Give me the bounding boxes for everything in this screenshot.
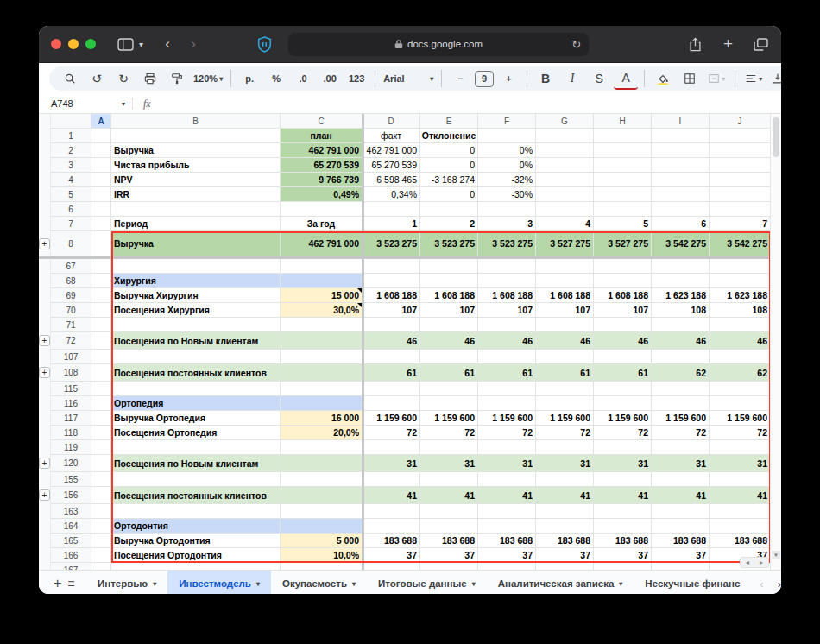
- cell-J108[interactable]: 62: [710, 364, 771, 382]
- cell-C163[interactable]: [281, 504, 363, 519]
- cell-A115[interactable]: [91, 382, 111, 396]
- cell-C6[interactable]: [281, 202, 363, 217]
- cell-F8[interactable]: 3 523 275: [478, 231, 536, 256]
- cell-F164[interactable]: [478, 519, 536, 534]
- row-number[interactable]: 71: [51, 318, 91, 332]
- cell-E115[interactable]: [420, 382, 478, 396]
- cell-F120[interactable]: 31: [478, 455, 536, 472]
- cell-F155[interactable]: [478, 472, 536, 487]
- cell-C71[interactable]: [281, 318, 363, 332]
- cell-H120[interactable]: 31: [594, 455, 652, 472]
- cell-H116[interactable]: [594, 396, 652, 411]
- cell-J6[interactable]: [710, 202, 771, 217]
- vertical-scrollbar[interactable]: ▾: [770, 114, 781, 570]
- fill-color-icon[interactable]: [651, 68, 675, 89]
- cell-J3[interactable]: [710, 158, 771, 173]
- cell-E4[interactable]: -3 168 274: [420, 173, 478, 187]
- sheet-tab-Нескучные финанс[interactable]: Нескучные финанс: [634, 571, 751, 594]
- undo-icon[interactable]: ↺: [85, 68, 109, 89]
- chevron-down-icon[interactable]: ▾: [256, 580, 260, 588]
- cell-C156[interactable]: [281, 487, 363, 504]
- font-select[interactable]: Arial▾: [382, 68, 435, 89]
- cell-D107[interactable]: [363, 350, 420, 364]
- cell-A119[interactable]: [91, 440, 111, 455]
- cell-E107[interactable]: [420, 350, 478, 364]
- cell-I163[interactable]: [652, 504, 710, 519]
- cell-G116[interactable]: [536, 396, 594, 411]
- cell-F68[interactable]: [478, 274, 536, 288]
- vertical-align-icon[interactable]: ▾: [768, 68, 781, 89]
- column-header-F[interactable]: F: [478, 114, 536, 129]
- row-number[interactable]: 120: [51, 455, 91, 472]
- decrease-font-size-button[interactable]: −: [448, 68, 472, 89]
- cell-D68[interactable]: [363, 274, 420, 288]
- cell-D108[interactable]: 61: [363, 364, 420, 382]
- row-number[interactable]: 72: [51, 332, 91, 350]
- row-number[interactable]: 8: [51, 231, 91, 256]
- cell-G166[interactable]: 37: [536, 548, 594, 563]
- cell-B116[interactable]: Ортопедия: [111, 396, 281, 411]
- column-header-E[interactable]: E: [420, 114, 478, 129]
- cell-C167[interactable]: [281, 563, 363, 570]
- cell-E163[interactable]: [420, 504, 478, 519]
- cell-I120[interactable]: 31: [652, 455, 710, 472]
- cell-J119[interactable]: [710, 440, 771, 455]
- cell-H5[interactable]: [594, 187, 652, 202]
- row-number[interactable]: 4: [51, 173, 91, 187]
- cell-G165[interactable]: 183 688: [536, 534, 594, 548]
- cell-G4[interactable]: [536, 173, 594, 187]
- cell-J107[interactable]: [710, 350, 771, 364]
- cell-H6[interactable]: [594, 202, 652, 217]
- cell-I69[interactable]: 1 623 188: [652, 288, 710, 303]
- sidebar-icon[interactable]: [117, 38, 134, 51]
- cell-H167[interactable]: [594, 563, 652, 570]
- more-formats-button[interactable]: 123: [344, 68, 369, 89]
- zoom-button[interactable]: [85, 39, 96, 49]
- cell-C118[interactable]: 20,0%: [281, 426, 363, 440]
- cell-A166[interactable]: [91, 548, 111, 563]
- cell-H7[interactable]: 5: [594, 217, 652, 231]
- cell-F3[interactable]: 0%: [478, 158, 536, 173]
- cell-G72[interactable]: 46: [536, 332, 594, 350]
- cell-A165[interactable]: [91, 534, 111, 548]
- cell-F115[interactable]: [478, 382, 536, 396]
- column-header-G[interactable]: G: [536, 114, 594, 129]
- cell-C155[interactable]: [281, 472, 363, 487]
- cell-D119[interactable]: [363, 440, 420, 455]
- cell-H3[interactable]: [594, 158, 652, 173]
- cell-D7[interactable]: 1: [363, 217, 420, 231]
- cell-D115[interactable]: [363, 382, 420, 396]
- cell-E70[interactable]: 107: [420, 303, 478, 318]
- cell-E69[interactable]: 1 608 188: [420, 288, 478, 303]
- cell-A116[interactable]: [91, 396, 111, 411]
- scrollbar-down-icon[interactable]: ▾: [772, 551, 780, 559]
- cell-I119[interactable]: [652, 440, 710, 455]
- cell-A71[interactable]: [91, 318, 111, 332]
- cell-J115[interactable]: [710, 382, 771, 396]
- cell-A167[interactable]: [91, 563, 111, 570]
- cell-B115[interactable]: [111, 382, 281, 396]
- cell-H166[interactable]: 37: [594, 548, 652, 563]
- cell-E67[interactable]: [420, 259, 478, 274]
- cell-H72[interactable]: 46: [594, 332, 652, 350]
- cell-I7[interactable]: 6: [652, 217, 710, 231]
- cell-D3[interactable]: 65 270 539: [363, 158, 420, 173]
- cell-H156[interactable]: 41: [594, 487, 652, 504]
- cell-E3[interactable]: 0: [420, 158, 478, 173]
- cell-J116[interactable]: [710, 396, 771, 411]
- cell-J2[interactable]: [710, 143, 771, 158]
- cell-A117[interactable]: [91, 411, 111, 426]
- cell-D70[interactable]: 107: [363, 303, 420, 318]
- search-icon[interactable]: [58, 68, 82, 89]
- cell-F1[interactable]: [478, 129, 536, 143]
- increase-decimal-button[interactable]: .00: [318, 68, 342, 89]
- cell-B156[interactable]: Посещения постоянных клиентов: [111, 487, 281, 504]
- cell-J7[interactable]: 7: [710, 217, 771, 231]
- cell-C72[interactable]: [281, 332, 363, 350]
- row-number[interactable]: 107: [51, 350, 91, 364]
- cell-A3[interactable]: [91, 158, 111, 173]
- horizontal-scroll-buttons[interactable]: ◂ ▸: [740, 557, 769, 568]
- cell-E6[interactable]: [420, 202, 478, 217]
- cell-D165[interactable]: 183 688: [363, 534, 420, 548]
- sheet-tab-Инвестмодель[interactable]: Инвестмодель▾: [167, 571, 271, 594]
